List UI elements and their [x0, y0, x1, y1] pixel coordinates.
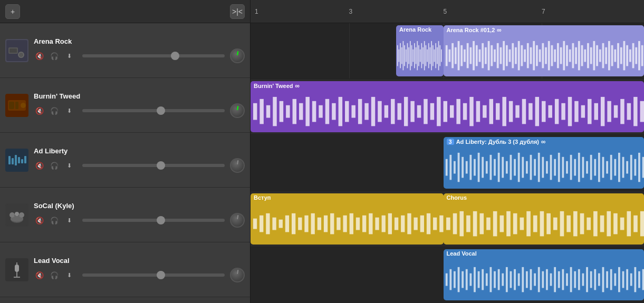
- svg-rect-312: [514, 269, 516, 290]
- pan-knob[interactable]: [230, 213, 245, 228]
- lead-vocal-clip[interactable]: Lead Vocal: [444, 249, 644, 300]
- svg-rect-210: [546, 161, 548, 174]
- track-item[interactable]: SoCal (Kyle) 🔇 🎧 ⬇: [0, 188, 250, 242]
- volume-slider[interactable]: [82, 219, 225, 222]
- svg-rect-264: [439, 215, 443, 232]
- svg-rect-335: [606, 271, 608, 288]
- record-enable-button[interactable]: ⬇: [63, 50, 75, 62]
- svg-rect-222: [594, 159, 596, 176]
- svg-rect-96: [556, 43, 559, 69]
- burnin-tweed-clip[interactable]: Burnin' Tweed ∞: [251, 81, 644, 132]
- headphone-button[interactable]: 🎧: [49, 160, 60, 171]
- track-item[interactable]: Ad Liberty 🔇 🎧 ⬇: [0, 133, 250, 188]
- svg-rect-292: [627, 211, 631, 236]
- svg-rect-308: [497, 269, 499, 290]
- svg-rect-144: [378, 101, 381, 122]
- svg-rect-15: [21, 159, 23, 163]
- svg-rect-191: [469, 155, 472, 180]
- svg-rect-168: [535, 97, 539, 126]
- svg-rect-133: [305, 97, 309, 126]
- mute-button[interactable]: 🔇: [34, 269, 45, 281]
- mute-button[interactable]: 🔇: [34, 214, 45, 226]
- svg-rect-250: [350, 213, 353, 234]
- svg-rect-173: [568, 97, 572, 126]
- volume-slider[interactable]: [82, 273, 225, 277]
- svg-rect-172: [561, 103, 565, 120]
- svg-rect-269: [473, 211, 477, 236]
- svg-rect-297: [454, 271, 456, 288]
- mute-button[interactable]: 🔇: [34, 50, 45, 62]
- svg-rect-153: [437, 97, 440, 126]
- svg-rect-181: [620, 99, 624, 124]
- svg-rect-192: [474, 159, 476, 176]
- volume-slider-container: [80, 164, 227, 167]
- svg-rect-109: [596, 45, 598, 66]
- svg-rect-234: [642, 157, 644, 178]
- timeline-header[interactable]: 1 3 5 7: [251, 0, 644, 23]
- record-enable-button[interactable]: ⬇: [63, 105, 75, 116]
- volume-slider[interactable]: [82, 109, 225, 112]
- record-enable-button[interactable]: ⬇: [63, 269, 75, 281]
- svg-rect-280: [546, 213, 551, 234]
- svg-rect-341: [630, 273, 632, 286]
- mute-button[interactable]: 🔇: [34, 105, 45, 116]
- lead-vocal-lane: Lead Vocal: [251, 247, 644, 303]
- svg-rect-220: [586, 161, 588, 174]
- track-item[interactable]: Arena Rock 🔇 🎧 ⬇: [0, 23, 250, 78]
- svg-rect-209: [542, 157, 544, 178]
- pan-knob[interactable]: [230, 48, 245, 63]
- record-enable-button[interactable]: ⬇: [63, 160, 75, 171]
- record-enable-button[interactable]: ⬇: [63, 214, 75, 226]
- socal-chorus-clip[interactable]: Chorus: [444, 193, 644, 245]
- svg-rect-230: [626, 161, 628, 174]
- svg-rect-162: [496, 103, 499, 120]
- clip-waveform: [444, 259, 644, 300]
- headphone-button[interactable]: 🎧: [49, 269, 60, 281]
- svg-rect-205: [526, 161, 528, 174]
- pan-knob[interactable]: [230, 103, 245, 118]
- volume-slider[interactable]: [82, 164, 225, 167]
- svg-rect-249: [343, 215, 347, 232]
- track-item[interactable]: Burnin' Tweed 🔇 🎧 ⬇: [0, 78, 250, 133]
- track-controls: 🔇 🎧 ⬇: [34, 103, 245, 118]
- svg-rect-273: [499, 215, 504, 232]
- svg-rect-242: [298, 217, 302, 230]
- svg-rect-69: [475, 45, 477, 66]
- ad-liberty-clip[interactable]: 3 Ad Liberty: Дубль 3 (3 дубля) ∞: [444, 137, 644, 188]
- arena-rock-clip-2[interactable]: Arena Rock #01,2 ∞: [444, 25, 644, 76]
- timeline-marker-1: 1: [255, 8, 258, 15]
- svg-rect-137: [332, 103, 335, 120]
- svg-rect-281: [553, 217, 558, 230]
- svg-point-9: [21, 103, 26, 108]
- socal-vstup-clip[interactable]: Вступ: [251, 193, 444, 245]
- svg-rect-106: [587, 43, 589, 69]
- track-item[interactable]: Lead Vocal 🔇 🎧 ⬇: [0, 242, 250, 297]
- svg-rect-301: [469, 273, 472, 286]
- smart-controls-button[interactable]: >|<: [230, 4, 245, 19]
- svg-rect-179: [607, 101, 611, 122]
- svg-rect-16: [24, 156, 26, 163]
- svg-rect-146: [391, 99, 395, 124]
- pan-knob[interactable]: [230, 158, 245, 173]
- svg-rect-268: [466, 215, 470, 232]
- headphone-button[interactable]: 🎧: [49, 105, 60, 116]
- svg-rect-132: [299, 103, 303, 120]
- headphone-button[interactable]: 🎧: [49, 50, 60, 62]
- svg-rect-344: [642, 269, 644, 290]
- svg-rect-43: [420, 50, 421, 62]
- svg-rect-303: [477, 271, 479, 288]
- svg-rect-235: [253, 218, 257, 229]
- arena-rock-clip-1[interactable]: Arena Rock: [396, 25, 444, 76]
- track-name: Burnin' Tweed: [34, 92, 245, 100]
- mute-button[interactable]: 🔇: [34, 160, 45, 171]
- svg-rect-225: [606, 161, 608, 174]
- svg-rect-272: [493, 211, 497, 236]
- add-track-button[interactable]: +: [5, 4, 20, 19]
- volume-slider[interactable]: [82, 54, 225, 57]
- svg-rect-89: [536, 45, 538, 66]
- headphone-button[interactable]: 🎧: [49, 214, 60, 226]
- svg-rect-123: [638, 41, 640, 70]
- svg-rect-121: [632, 43, 634, 69]
- svg-rect-60: [448, 50, 450, 62]
- pan-knob[interactable]: [230, 268, 245, 282]
